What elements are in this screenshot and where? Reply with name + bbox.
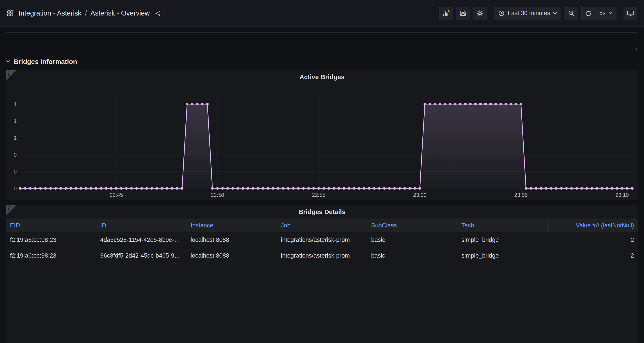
x-tick-label: 23:00 [413,192,426,198]
row-title: Bridges Information [14,58,77,65]
info-icon: i [8,205,10,212]
kiosk-mode-button[interactable] [624,7,637,20]
series-area [20,104,632,188]
table-cell: simple_bridge [458,248,548,264]
add-panel-button[interactable] [439,7,453,20]
bridges-details-panel: i Bridges Details EIDIDInstanceJobSubCla… [6,205,638,343]
x-tick-label: 23:05 [514,192,528,198]
table-cell: basic [367,232,458,248]
table-row: f2:19:a6:ce:98:234da3c528-1154-42e5-8b9e… [6,232,638,248]
row-chevron-down-icon [6,59,11,64]
refresh-interval-picker[interactable]: 5s [595,7,616,20]
column-header-instance[interactable]: Instance [186,219,277,232]
breadcrumb-dashboard[interactable]: Asterisk - Overview [90,9,150,17]
x-tick-label: 23:10 [615,192,629,198]
bridges-table-header: EIDIDInstanceJobSubClassTechValue #A (la… [6,219,638,232]
apps-grid-icon [7,10,14,17]
gear-icon [476,10,484,17]
table-cell: integrations/asterisk-prom [277,248,367,264]
row-bridges-information[interactable]: Bridges Information [6,57,638,66]
breadcrumb-folder[interactable]: Integration - Asterisk [19,9,82,17]
toolbar: Last 30 minutes 5s [439,7,637,20]
table-cell: f2:19:a6:ce:98:23 [6,232,96,248]
breadcrumb: Integration - Asterisk / Asterisk - Over… [19,9,150,17]
column-header-eid[interactable]: EID [6,219,96,232]
save-dashboard-button[interactable] [456,7,470,20]
table-row: f2:19:a6:ce:98:2396c8fdf5-2d42-45dc-b465… [6,248,638,264]
time-zoom-out-button[interactable] [564,7,578,20]
time-range-label: Last 30 minutes [508,10,550,17]
table-cell: localhost:8088 [186,232,277,248]
dashboard-content: Bridges Information i Active Bridges 111… [0,32,644,343]
refresh-icon [585,10,592,17]
table-cell: localhost:8088 [186,248,277,264]
bridges-table-body: f2:19:a6:ce:98:234da3c528-1154-42e5-8b9e… [6,232,638,264]
navbar: Integration - Asterisk / Asterisk - Over… [0,0,644,27]
table-cell: f2:19:a6:ce:98:23 [6,248,96,264]
bridges-details-panel-title[interactable]: Bridges Details [6,205,638,219]
table-cell: 4da3c528-1154-42e5-8b9e-… [96,232,187,248]
empty-panel[interactable] [6,32,638,51]
share-icon [154,10,161,17]
refresh-group: 5s [582,7,616,20]
share-dashboard-button[interactable] [154,10,161,17]
save-icon [460,10,466,17]
column-header-tech[interactable]: Tech [458,219,548,232]
table-cell: integrations/asterisk-prom [277,232,367,248]
active-bridges-chart: 11100022:4522:5022:5523:0023:0523:10 [6,84,638,198]
x-tick-label: 22:55 [312,192,325,198]
column-header-job[interactable]: Job [277,219,367,232]
series-points [19,103,634,190]
add-panel-icon [442,9,450,17]
table-cell: 96c8fdf5-2d42-45dc-b465-9… [96,248,187,264]
table-cell: basic [367,248,458,264]
chart-grid: 11100022:4522:5022:5523:0023:0523:10 [14,95,632,198]
y-tick-label: 0 [14,185,17,191]
y-tick-label: 1 [14,135,17,141]
column-header-value-a-lastnotnull-[interactable]: Value #A (lastNotNull) [548,219,638,232]
active-bridges-panel: i Active Bridges 11100022:4522:5022:5523… [6,70,638,200]
y-tick-label: 0 [14,152,17,158]
chevron-down-icon [609,12,612,14]
clock-icon [498,10,505,17]
y-tick-label: 1 [14,118,17,124]
column-header-subclass[interactable]: SubClass [367,219,458,232]
time-range-picker[interactable]: Last 30 minutes [494,7,562,20]
navbar-left: Integration - Asterisk / Asterisk - Over… [7,9,161,17]
zoom-out-icon [568,10,575,17]
table-cell: simple_bridge [458,232,548,248]
dashboard-settings-button[interactable] [473,7,487,20]
column-header-id[interactable]: ID [96,219,187,232]
x-tick-label: 22:50 [211,192,224,198]
table-cell: 2 [548,232,638,248]
panel-resize-handle[interactable] [634,47,637,50]
refresh-button[interactable] [582,7,595,20]
x-tick-label: 22:45 [110,192,123,198]
series-line [20,104,632,188]
active-bridges-panel-title[interactable]: Active Bridges [6,70,638,84]
monitor-icon [627,10,634,17]
chevron-down-icon [553,12,557,15]
y-tick-label: 1 [14,101,17,107]
table-cell: 2 [548,248,638,264]
y-tick-label: 0 [14,169,17,175]
info-icon: i [8,70,10,77]
breadcrumb-separator: / [85,9,87,17]
apps-menu-button[interactable] [7,10,14,17]
refresh-interval-label: 5s [599,10,606,17]
